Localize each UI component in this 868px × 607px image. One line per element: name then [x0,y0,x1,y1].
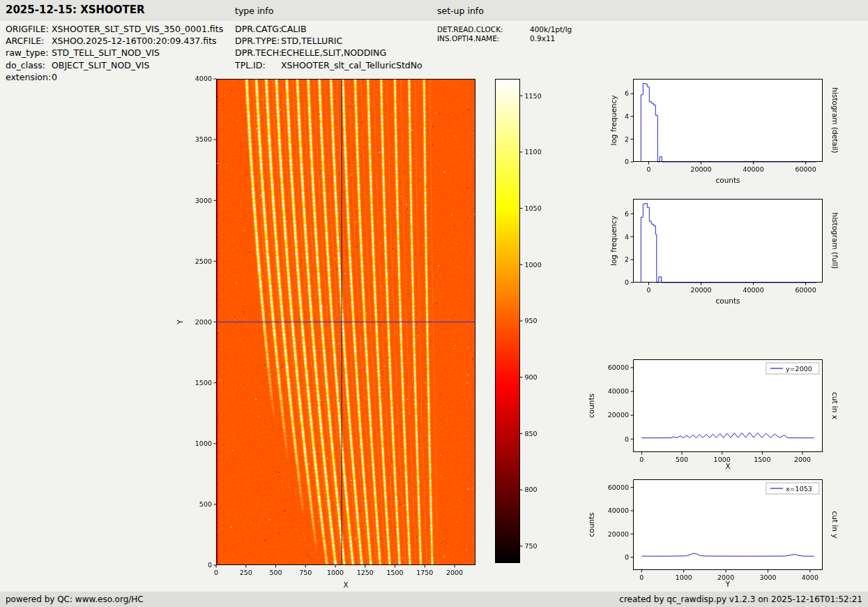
tick-label: 4000 [802,574,818,581]
cut_y-xlabel: Y [725,580,731,588]
hist_detail-right-label: histogram (detail) [831,87,839,153]
info-value: OBJECT_SLIT_NOD_VIS [52,60,149,70]
info-value: STD,TELLURIC [281,36,342,46]
hist_detail-plot: 02000040000600000246countslog frequencyh… [609,79,839,184]
tick-label: 20000 [608,530,629,538]
tick-label: 1500 [754,456,770,463]
cut_y-right-label: cut in y [831,511,839,538]
tick-label: 0 [646,165,650,173]
hist_detail-xlabel: counts [715,176,740,184]
tick-label: 20000 [690,286,711,294]
raw_image-xlabel: X [343,580,348,589]
info-label: raw_type: [6,47,52,59]
tick-label: 40000 [608,507,629,514]
setup-info-list: DET.READ.CLOCK:400k/1pt/lgINS.OPTI4.NAME… [437,25,572,43]
tick-label: 3000 [195,197,212,204]
tick-label: 60000 [608,364,629,371]
info-row: ORIGFILE:XSHOOTER_SLT_STD_VIS_350_0001.f… [6,23,223,35]
page-title: 2025-12-15: XSHOOTER [6,3,145,16]
info-value: STD_TELL_SLIT_NOD_VIS [52,47,160,58]
cut_x-right-label: cut in x [831,392,839,419]
tick-label: 1000 [714,456,731,463]
info-label: do_class: [6,59,52,71]
info-row: extension:0 [6,71,223,83]
tick-label: 800 [525,486,538,493]
cut_x-plot: 05001000150020000200004000060000Xcountsc… [587,359,839,470]
tick-label: 0 [625,553,629,561]
info-value: 0 [52,72,57,82]
tick-label: 60000 [795,286,816,294]
tick-label: 2500 [195,257,212,265]
tick-label: 1500 [386,569,403,576]
footer-right: created by qc_rawdisp.py v1.2.3 on 2025-… [619,594,862,604]
tick-label: 2000 [446,569,463,576]
info-row: DET.READ.CLOCK:400k/1pt/lg [437,25,572,34]
tick-label: 1050 [525,204,542,212]
tick-label: 1000 [327,569,344,576]
tick-label: 0 [625,435,629,443]
info-label: DPR.TECH: [235,47,281,59]
tick-label: 750 [525,542,538,550]
info-label: DPR.CATG: [235,23,281,35]
footer-bar: powered by QC: www.eso.org/HC created by… [0,592,868,607]
info-row: DPR.TECH:ECHELLE,SLIT,NODDING [235,47,422,59]
tick-label: 1000 [525,261,542,269]
tick-label: 750 [299,569,312,576]
hist_detail-series [641,84,816,163]
info-row: DPR.CATG:CALIB [235,23,422,35]
cut_x-xlabel: X [725,462,730,470]
tick-label: 950 [525,317,538,324]
tick-label: 500 [199,500,212,508]
info-label: ORIGFILE: [6,23,52,35]
tick-label: 2 [625,135,629,143]
tick-label: 0 [214,569,218,576]
info-row: do_class:OBJECT_SLIT_NOD_VIS [6,59,223,71]
cut_x-series [641,433,814,438]
hist_full-xlabel: counts [715,297,740,305]
tick-label: 1500 [195,379,212,387]
tick-label: 40000 [608,387,629,395]
info-label: DPR.TYPE: [235,35,281,47]
info-value: 400k/1pt/lg [530,25,572,33]
info-label: DET.READ.CLOCK: [437,25,530,34]
tick-label: 0 [639,456,644,463]
info-row: raw_type:STD_TELL_SLIT_NOD_VIS [6,47,223,59]
tick-label: 20000 [608,411,629,419]
tick-label: 0 [646,286,650,294]
info-value: XSHOOTER_SLT_STD_VIS_350_0001.fits [52,24,223,34]
tick-label: 3500 [195,135,212,143]
raw-echelle-image [216,79,475,565]
setup-info-heading: set-up info [437,6,484,16]
info-label: ARCFILE: [6,35,52,47]
info-row: TPL.ID:XSHOOTER_slt_cal_TelluricStdNo [235,59,422,71]
info-value: CALIB [281,24,307,34]
tick-label: 40000 [743,165,763,173]
info-row: ARCFILE:XSHOO.2025-12-16T00:20:09.437.fi… [6,35,223,47]
hist_full-series [641,204,816,283]
type-info-list: DPR.CATG:CALIBDPR.TYPE:STD,TELLURICDPR.T… [235,23,422,71]
cut_x-ylabel: counts [587,394,595,418]
tick-label: 4 [625,233,629,241]
cut_y-series [641,553,814,556]
type-info-heading: type info [235,6,273,16]
cut_x-legend-label: y=2000 [786,365,812,373]
tick-label: 6 [625,210,629,218]
info-value: XSHOO.2025-12-16T00:20:09.437.fits [52,36,217,46]
tick-label: 250 [240,569,252,576]
tick-label: 6 [625,89,629,97]
tick-label: 40000 [743,286,763,294]
tick-label: 60000 [795,165,816,173]
tick-label: 20000 [690,165,711,173]
tick-label: 1750 [416,569,433,576]
tick-label: 2000 [717,574,734,581]
tick-label: 500 [269,569,282,576]
cut_y-legend-label: x=1053 [786,485,812,493]
hist_detail-ylabel: log frequency [609,95,618,145]
tick-label: 1100 [525,148,542,156]
tick-label: 1000 [676,574,692,581]
hist_full-plot: 02000040000600000246countslog frequencyh… [609,199,839,305]
tick-label: 2 [625,255,629,263]
cut_y-plot: 010002000300040000200004000060000Ycounts… [587,479,839,588]
cut_y-legend [766,483,819,494]
tick-label: 850 [525,430,538,437]
